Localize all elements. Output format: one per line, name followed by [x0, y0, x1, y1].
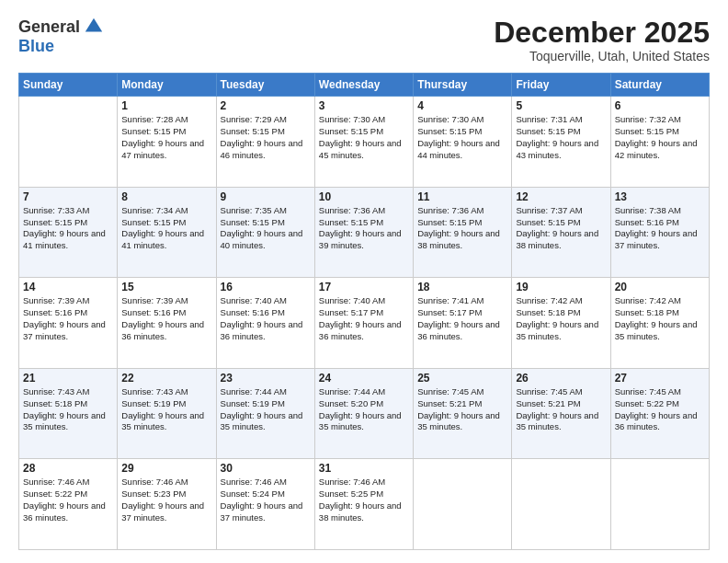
calendar-cell: 8Sunrise: 7:34 AMSunset: 5:15 PMDaylight…: [118, 187, 216, 278]
calendar-cell: 2Sunrise: 7:29 AMSunset: 5:15 PMDaylight…: [216, 97, 314, 188]
cell-info: Sunrise: 7:45 AMSunset: 5:21 PMDaylight:…: [417, 386, 507, 433]
svg-marker-0: [85, 18, 102, 32]
day-number: 5: [516, 99, 606, 112]
day-number: 27: [615, 372, 705, 385]
day-header-wednesday: Wednesday: [314, 74, 413, 97]
calendar-cell: 17Sunrise: 7:40 AMSunset: 5:17 PMDayligh…: [314, 278, 413, 369]
day-number: 12: [516, 190, 606, 203]
calendar-cell: 1Sunrise: 7:28 AMSunset: 5:15 PMDaylight…: [118, 97, 216, 188]
cell-info: Sunrise: 7:46 AMSunset: 5:23 PMDaylight:…: [121, 477, 211, 523]
day-number: 4: [417, 99, 507, 112]
location: Toquerville, Utah, United States: [494, 49, 710, 63]
day-number: 20: [615, 281, 705, 293]
calendar-cell: 26Sunrise: 7:45 AMSunset: 5:21 PMDayligh…: [512, 368, 610, 459]
title-block: December 2025 Toquerville, Utah, United …: [494, 17, 710, 63]
calendar-cell: 25Sunrise: 7:45 AMSunset: 5:21 PMDayligh…: [414, 368, 512, 459]
cell-info: Sunrise: 7:34 AMSunset: 5:15 PMDaylight:…: [121, 205, 211, 252]
cell-info: Sunrise: 7:43 AMSunset: 5:19 PMDaylight:…: [121, 386, 211, 433]
logo-general: General: [18, 17, 80, 37]
cell-info: Sunrise: 7:39 AMSunset: 5:16 PMDaylight:…: [121, 295, 211, 342]
calendar-table: SundayMondayTuesdayWednesdayThursdayFrid…: [18, 73, 710, 550]
page: General Blue December 2025 Toquerville, …: [0, 0, 728, 563]
day-number: 28: [23, 462, 113, 475]
day-number: 10: [319, 190, 409, 203]
calendar-cell: 18Sunrise: 7:41 AMSunset: 5:17 PMDayligh…: [414, 278, 512, 369]
day-header-friday: Friday: [512, 74, 610, 97]
day-number: 25: [417, 372, 507, 385]
day-header-thursday: Thursday: [414, 74, 512, 97]
day-number: 15: [121, 281, 211, 293]
day-number: 19: [516, 281, 606, 293]
cell-info: Sunrise: 7:40 AMSunset: 5:17 PMDaylight:…: [319, 295, 409, 342]
calendar-cell: 4Sunrise: 7:30 AMSunset: 5:15 PMDaylight…: [414, 97, 512, 188]
day-number: 21: [23, 372, 113, 385]
calendar-cell: 27Sunrise: 7:45 AMSunset: 5:22 PMDayligh…: [610, 368, 709, 459]
day-number: 30: [221, 462, 311, 475]
calendar-cell: 28Sunrise: 7:46 AMSunset: 5:22 PMDayligh…: [19, 459, 118, 550]
day-number: 14: [23, 281, 113, 293]
cell-info: Sunrise: 7:42 AMSunset: 5:18 PMDaylight:…: [516, 295, 606, 342]
calendar-cell: [19, 97, 118, 188]
calendar-cell: 20Sunrise: 7:42 AMSunset: 5:18 PMDayligh…: [610, 278, 709, 369]
header: General Blue December 2025 Toquerville, …: [18, 17, 710, 63]
calendar-cell: 23Sunrise: 7:44 AMSunset: 5:19 PMDayligh…: [216, 368, 314, 459]
cell-info: Sunrise: 7:36 AMSunset: 5:15 PMDaylight:…: [417, 205, 507, 252]
day-number: 29: [121, 462, 211, 475]
cell-info: Sunrise: 7:36 AMSunset: 5:15 PMDaylight:…: [319, 205, 409, 252]
calendar-cell: 21Sunrise: 7:43 AMSunset: 5:18 PMDayligh…: [19, 368, 118, 459]
month-title: December 2025: [494, 17, 710, 49]
day-number: 11: [417, 190, 507, 203]
day-number: 2: [221, 99, 311, 112]
cell-info: Sunrise: 7:45 AMSunset: 5:22 PMDaylight:…: [615, 386, 705, 433]
calendar-cell: 11Sunrise: 7:36 AMSunset: 5:15 PMDayligh…: [414, 187, 512, 278]
cell-info: Sunrise: 7:46 AMSunset: 5:24 PMDaylight:…: [221, 477, 311, 523]
calendar-cell: 30Sunrise: 7:46 AMSunset: 5:24 PMDayligh…: [216, 459, 314, 550]
cell-info: Sunrise: 7:35 AMSunset: 5:15 PMDaylight:…: [221, 205, 311, 252]
calendar-cell: 3Sunrise: 7:30 AMSunset: 5:15 PMDaylight…: [314, 97, 413, 188]
calendar-week-3: 14Sunrise: 7:39 AMSunset: 5:16 PMDayligh…: [19, 278, 710, 369]
cell-info: Sunrise: 7:39 AMSunset: 5:16 PMDaylight:…: [23, 295, 113, 342]
calendar-cell: 31Sunrise: 7:46 AMSunset: 5:25 PMDayligh…: [314, 459, 413, 550]
calendar-cell: 5Sunrise: 7:31 AMSunset: 5:15 PMDaylight…: [512, 97, 610, 188]
calendar-cell: [512, 459, 610, 550]
calendar-cell: 12Sunrise: 7:37 AMSunset: 5:15 PMDayligh…: [512, 187, 610, 278]
calendar-cell: 22Sunrise: 7:43 AMSunset: 5:19 PMDayligh…: [118, 368, 216, 459]
logo-text: General: [18, 17, 104, 37]
day-number: 8: [121, 190, 211, 203]
calendar-cell: 6Sunrise: 7:32 AMSunset: 5:15 PMDaylight…: [610, 97, 709, 188]
cell-info: Sunrise: 7:44 AMSunset: 5:19 PMDaylight:…: [221, 386, 311, 433]
cell-info: Sunrise: 7:38 AMSunset: 5:16 PMDaylight:…: [615, 205, 705, 252]
day-header-sunday: Sunday: [19, 74, 118, 97]
day-number: 13: [615, 190, 705, 203]
day-number: 1: [121, 99, 211, 112]
logo: General Blue: [18, 17, 104, 56]
calendar-cell: 10Sunrise: 7:36 AMSunset: 5:15 PMDayligh…: [314, 187, 413, 278]
day-number: 18: [417, 281, 507, 293]
day-header-monday: Monday: [118, 74, 216, 97]
day-number: 22: [121, 372, 211, 385]
calendar-cell: [414, 459, 512, 550]
day-number: 7: [23, 190, 113, 203]
day-number: 6: [615, 99, 705, 112]
cell-info: Sunrise: 7:29 AMSunset: 5:15 PMDaylight:…: [221, 114, 311, 161]
calendar-cell: 9Sunrise: 7:35 AMSunset: 5:15 PMDaylight…: [216, 187, 314, 278]
cell-info: Sunrise: 7:46 AMSunset: 5:25 PMDaylight:…: [319, 477, 409, 523]
day-number: 31: [319, 462, 409, 475]
cell-info: Sunrise: 7:33 AMSunset: 5:15 PMDaylight:…: [23, 205, 113, 252]
cell-info: Sunrise: 7:43 AMSunset: 5:18 PMDaylight:…: [23, 386, 113, 433]
cell-info: Sunrise: 7:37 AMSunset: 5:15 PMDaylight:…: [516, 205, 606, 252]
calendar-cell: [610, 459, 709, 550]
day-number: 3: [319, 99, 409, 112]
cell-info: Sunrise: 7:30 AMSunset: 5:15 PMDaylight:…: [417, 114, 507, 161]
cell-info: Sunrise: 7:44 AMSunset: 5:20 PMDaylight:…: [319, 386, 409, 433]
day-number: 26: [516, 372, 606, 385]
calendar-week-2: 7Sunrise: 7:33 AMSunset: 5:15 PMDaylight…: [19, 187, 710, 278]
calendar-cell: 19Sunrise: 7:42 AMSunset: 5:18 PMDayligh…: [512, 278, 610, 369]
day-header-saturday: Saturday: [610, 74, 709, 97]
calendar-cell: 15Sunrise: 7:39 AMSunset: 5:16 PMDayligh…: [118, 278, 216, 369]
cell-info: Sunrise: 7:45 AMSunset: 5:21 PMDaylight:…: [516, 386, 606, 433]
logo-blue: Blue: [18, 37, 54, 56]
calendar-cell: 13Sunrise: 7:38 AMSunset: 5:16 PMDayligh…: [610, 187, 709, 278]
cell-info: Sunrise: 7:42 AMSunset: 5:18 PMDaylight:…: [615, 295, 705, 342]
day-number: 9: [221, 190, 311, 203]
